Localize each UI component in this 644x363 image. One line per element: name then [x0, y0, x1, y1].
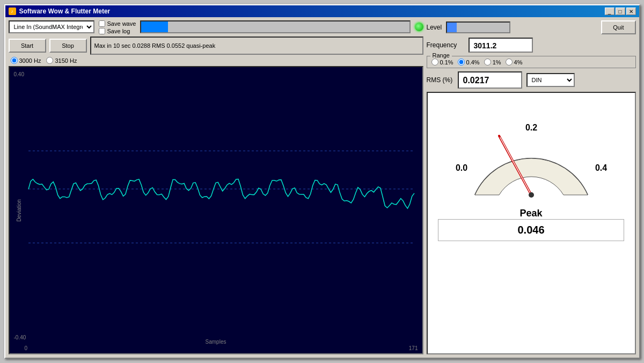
save-log-label: Save log	[107, 28, 130, 34]
freq-radio-group: 3000 Hz 3150 Hz	[11, 57, 423, 64]
freq-3000-label[interactable]: 3000 Hz	[11, 57, 41, 64]
gauge-label-04: 0.4	[595, 163, 606, 172]
top-controls: Line In (SoundMAX Integre Save wave Save…	[9, 20, 423, 34]
maximize-button[interactable]: □	[616, 8, 625, 15]
gauge-label-02: 0.2	[525, 123, 537, 132]
range-04-label[interactable]: 0.4%	[458, 59, 480, 66]
gauge-svg: 0.0 0.2 0.4	[445, 98, 617, 206]
frequency-value: 3011.2	[469, 38, 533, 53]
save-wave-checkbox-label[interactable]: Save wave	[99, 20, 136, 27]
range-01-radio[interactable]	[431, 59, 438, 66]
x-axis-label: Samples	[206, 339, 226, 345]
range-group: Range 0.1% 0.4% 1% 4%	[427, 56, 636, 68]
gauge-label-0: 0.0	[455, 163, 467, 172]
freq-3000-radio[interactable]	[11, 57, 18, 64]
button-row: Start Stop Max in 10 sec 0.0288 RMS 0.05…	[9, 37, 423, 55]
title-bar-left: ♪ Software Wow & Flutter Meter	[9, 8, 111, 15]
range-1-label[interactable]: 1%	[484, 59, 501, 66]
freq-3150-text: 3150 Hz	[55, 57, 77, 64]
peak-value: 0.046	[517, 224, 544, 236]
led-indicator	[415, 23, 423, 31]
freq-3150-radio[interactable]	[46, 57, 53, 64]
waveform-canvas	[10, 67, 422, 353]
chart-area: Deviation Samples 0 171 0.40 -0.40	[9, 66, 423, 354]
checkbox-group: Save wave Save log	[99, 20, 136, 34]
gauge-face	[475, 158, 588, 195]
rms-value: 0.0217	[458, 71, 522, 89]
status-text: Max in 10 sec 0.0288 RMS 0.0552 quasi-pe…	[90, 37, 423, 55]
close-button[interactable]: ✕	[626, 8, 636, 15]
peak-label: Peak	[519, 208, 542, 219]
right-panel: Level Quit Frequency 3011.2 Range 0.1%	[427, 20, 636, 354]
peak-value-box: 0.046	[438, 219, 624, 241]
rms-label: RMS (%)	[427, 76, 453, 84]
level-label: Level	[427, 24, 442, 31]
range-04-text: 0.4%	[466, 59, 480, 66]
title-bar-controls: _ □ ✕	[605, 8, 636, 15]
main-window: ♪ Software Wow & Flutter Meter _ □ ✕ Lin…	[4, 4, 640, 359]
window-title: Software Wow & Flutter Meter	[19, 8, 111, 15]
level-bar-fill	[447, 23, 456, 32]
freq-3150-label[interactable]: 3150 Hz	[46, 57, 77, 64]
range-1-text: 1%	[493, 59, 501, 66]
y-axis-min: -0.40	[14, 335, 26, 340]
app-icon: ♪	[9, 8, 16, 15]
y-axis-label: Deviation	[16, 199, 22, 222]
content-area: Line In (SoundMAX Integre Save wave Save…	[5, 17, 639, 358]
range-04-radio[interactable]	[458, 59, 465, 66]
quit-button[interactable]: Quit	[601, 20, 635, 34]
range-4-label[interactable]: 4%	[506, 59, 523, 66]
frequency-row: Frequency 3011.2	[427, 38, 636, 53]
save-wave-checkbox[interactable]	[99, 20, 105, 27]
progress-bar-fill	[141, 21, 168, 32]
frequency-label: Frequency	[427, 41, 464, 49]
save-log-checkbox[interactable]	[99, 28, 105, 34]
range-01-text: 0.1%	[440, 59, 453, 66]
level-group: Level	[427, 21, 511, 33]
y-axis-max: 0.40	[14, 71, 24, 77]
title-bar: ♪ Software Wow & Flutter Meter _ □ ✕	[5, 5, 639, 17]
start-button[interactable]: Start	[9, 39, 46, 53]
minimize-button[interactable]: _	[605, 8, 614, 15]
level-bar-container	[446, 21, 510, 33]
x-axis-min: 0	[25, 345, 28, 351]
meter-box: 0.0 0.2 0.4	[427, 92, 636, 354]
din-select[interactable]: DIN	[526, 73, 575, 87]
range-01-label[interactable]: 0.1%	[431, 59, 453, 66]
gauge-pivot	[529, 192, 534, 198]
stop-button[interactable]: Stop	[49, 39, 87, 53]
progress-bar-container	[140, 20, 410, 33]
device-select[interactable]: Line In (SoundMAX Integre	[9, 20, 94, 33]
rms-row: RMS (%) 0.0217 DIN	[427, 71, 636, 89]
save-wave-label: Save wave	[107, 20, 136, 27]
range-1-radio[interactable]	[484, 59, 491, 66]
freq-3000-text: 3000 Hz	[19, 57, 41, 64]
save-log-checkbox-label[interactable]: Save log	[99, 28, 136, 34]
range-legend: Range	[430, 52, 452, 59]
x-axis-max: 171	[409, 345, 418, 351]
left-panel: Line In (SoundMAX Integre Save wave Save…	[9, 20, 423, 354]
range-4-radio[interactable]	[506, 59, 513, 66]
right-top-row: Level Quit	[427, 20, 636, 34]
range-4-text: 4%	[514, 59, 523, 66]
